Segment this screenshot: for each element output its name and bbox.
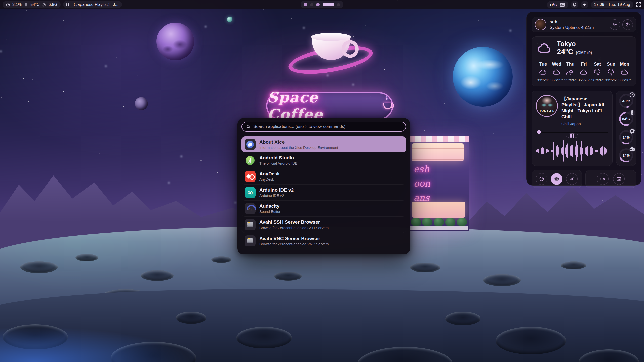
app-description: Browse for Zeroconf-enabled SSH Servers bbox=[259, 226, 329, 230]
small-moon bbox=[135, 97, 148, 110]
app-icon bbox=[245, 235, 256, 246]
play-pause-button[interactable] bbox=[566, 133, 578, 138]
app-icon bbox=[245, 155, 256, 166]
capture-tool-button[interactable] bbox=[597, 173, 609, 185]
progress-knob[interactable] bbox=[537, 130, 541, 134]
app-description: Sound Editor bbox=[259, 210, 280, 214]
app-name: Android Studio bbox=[259, 155, 297, 161]
temperature-value: 54°C bbox=[30, 2, 40, 7]
track-progress-bar[interactable] bbox=[536, 130, 608, 130]
user-card: seb System Uptime: 4h11m bbox=[532, 17, 636, 32]
launcher-result-row[interactable]: Avahi SSH Server Browser Browse for Zero… bbox=[242, 217, 406, 233]
forecast-day: Tue 33°/24° bbox=[536, 62, 550, 82]
forecast-day: Wed 35°/25° bbox=[550, 62, 564, 82]
weather-temperature: 24°C bbox=[557, 48, 573, 56]
forecast-row: Tue 33°/24° Wed bbox=[536, 62, 631, 82]
app-description: Information about the Xfce Desktop Envir… bbox=[259, 146, 338, 150]
forecast-day-name: Wed bbox=[552, 62, 561, 67]
wallpaper-tray-icon[interactable] bbox=[559, 2, 565, 7]
workspace-switcher[interactable] bbox=[301, 1, 343, 8]
purple-planet bbox=[156, 23, 194, 60]
forecast-day: Sat 36°/26° bbox=[591, 62, 604, 82]
launcher-result-row[interactable]: Audacity Sound Editor bbox=[242, 201, 406, 217]
memory-value: 6.8G bbox=[49, 2, 58, 7]
forecast-day: Fri 35°/26° bbox=[577, 62, 591, 82]
neon-fragment: ans bbox=[414, 193, 430, 203]
neon-fragment: esh bbox=[414, 164, 430, 174]
power-profile-button[interactable] bbox=[536, 173, 547, 185]
launcher-results-list: About Xfce Information about the Xfce De… bbox=[242, 136, 406, 249]
capture-tool-button[interactable] bbox=[613, 173, 625, 185]
system-gauge: 24% bbox=[618, 147, 634, 163]
divider bbox=[536, 59, 631, 59]
app-description: Browse for Zeroconf-enabled VNC Servers bbox=[259, 242, 329, 246]
cafe-bushes bbox=[411, 218, 467, 226]
app-icon bbox=[245, 139, 256, 150]
settings-button[interactable] bbox=[610, 19, 620, 30]
app-description: Arduino IDE v2 bbox=[259, 194, 294, 198]
app-dashboard-icon[interactable] bbox=[636, 2, 641, 7]
power-button[interactable] bbox=[622, 19, 633, 30]
power-profile-button[interactable] bbox=[551, 173, 562, 185]
launcher-result-row[interactable]: About Xfce Information about the Xfce De… bbox=[242, 136, 406, 152]
cafe-window-neon-text: eshoonans bbox=[414, 164, 430, 203]
pause-icon bbox=[66, 3, 69, 6]
app-name: Avahi SSH Server Browser bbox=[259, 219, 329, 225]
weather-card: Tokyo 24°C (GMT+9) Tue 33 bbox=[532, 36, 636, 86]
app-name: About Xfce bbox=[259, 139, 338, 145]
clock-pill[interactable]: 17:09 - Tue, 19 Aug bbox=[591, 1, 633, 8]
now-playing-label: 【Japanese Playlist】 J... bbox=[71, 2, 118, 7]
forecast-temps: 36°/26° bbox=[591, 78, 604, 82]
chip-icon bbox=[42, 3, 46, 7]
forecast-weather-icon bbox=[593, 69, 602, 76]
app-description: The official Android IDE bbox=[259, 161, 297, 165]
earth-planet bbox=[453, 47, 513, 107]
speaker-icon bbox=[582, 2, 587, 7]
album-art: TOKYO L bbox=[536, 95, 558, 117]
forecast-weather-icon bbox=[620, 69, 629, 76]
audio-waveform bbox=[536, 140, 608, 162]
volume-button[interactable] bbox=[581, 1, 588, 8]
launcher-search-input[interactable]: Search applications... (use > to view co… bbox=[242, 122, 406, 132]
forecast-temps: 33°/26° bbox=[564, 78, 577, 82]
launcher-result-row[interactable]: AnyDesk AnyDesk bbox=[242, 168, 406, 185]
launcher-result-row[interactable]: Avahi VNC Server Browser Browse for Zero… bbox=[242, 233, 406, 249]
cafe-building: eshoonans bbox=[410, 136, 469, 231]
workspace-dot[interactable] bbox=[310, 3, 313, 6]
cafe-window-lower bbox=[412, 202, 465, 218]
app-description: AnyDesk bbox=[259, 177, 280, 182]
username: seb bbox=[550, 19, 607, 25]
forecast-weather-icon bbox=[607, 69, 615, 76]
temperature-tray-icon[interactable]: U°C bbox=[550, 3, 557, 7]
app-name: Avahi VNC Server Browser bbox=[259, 236, 329, 241]
workspace-dot[interactable] bbox=[304, 3, 307, 6]
now-playing-pill[interactable]: 【Japanese Playlist】 J... bbox=[63, 1, 122, 8]
bell-icon bbox=[572, 2, 577, 7]
power-profile-button[interactable] bbox=[566, 173, 578, 185]
workspace-dot[interactable] bbox=[337, 3, 340, 6]
album-art-text: TOKYO L bbox=[537, 109, 557, 113]
system-uptime: System Uptime: 4h11m bbox=[550, 25, 607, 30]
launcher-result-row[interactable]: Arduino IDE v2 Arduino IDE v2 bbox=[242, 185, 406, 201]
workspace-dot[interactable] bbox=[323, 3, 334, 6]
track-artist: Chill Japan. bbox=[561, 122, 608, 126]
forecast-temps: 35°/25° bbox=[550, 78, 563, 82]
forecast-day: Thu 33°/26° bbox=[564, 62, 577, 82]
app-icon bbox=[245, 203, 256, 214]
tray-pill: U°C bbox=[547, 1, 568, 8]
gauge-icon-badge bbox=[629, 92, 635, 98]
cpu-usage-value: 3.1% bbox=[12, 2, 22, 7]
blue-horizon-glow bbox=[0, 327, 191, 362]
neon-cafe-sign: Space Coffee bbox=[266, 92, 393, 120]
workspace-dot[interactable] bbox=[316, 3, 320, 6]
weather-cloud-icon bbox=[536, 42, 553, 54]
top-panel: 3.1% 54°C 6.8G 【Japanese Playlist】 J... … bbox=[0, 0, 644, 9]
forecast-weather-icon bbox=[580, 69, 588, 76]
forecast-day: Mon 33°/26° bbox=[618, 62, 631, 82]
forecast-day-name: Tue bbox=[539, 62, 547, 67]
gauge-icon-badge bbox=[629, 110, 635, 116]
notifications-button[interactable] bbox=[571, 1, 578, 8]
launcher-result-row[interactable]: Android Studio The official Android IDE bbox=[242, 152, 406, 168]
search-icon bbox=[246, 124, 251, 129]
track-title: 【Japanese Playlist】 Japan All Night - To… bbox=[561, 96, 608, 120]
